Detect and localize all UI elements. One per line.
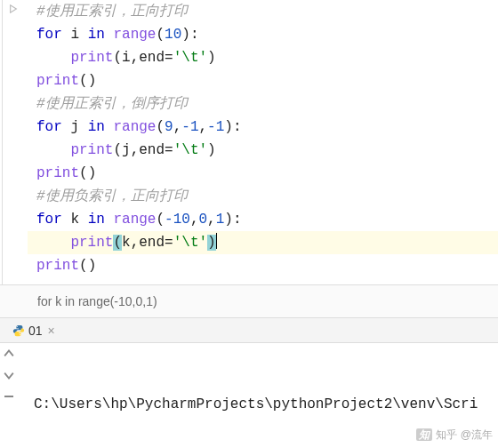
code-line: for i in range(10): <box>28 23 498 46</box>
divider-icon[interactable] <box>2 389 16 404</box>
svg-point-0 <box>17 325 18 326</box>
code-line: print(j,end='\t') <box>28 139 498 162</box>
watermark: 知知乎 @流年 <box>416 428 493 443</box>
code-line: print() <box>28 162 498 185</box>
console-line: C:\Users\hp\PycharmProjects\pythonProjec… <box>34 393 498 416</box>
breadcrumb[interactable]: for k in range(-10,0,1) <box>0 284 498 318</box>
bracket-match: ) <box>207 235 216 251</box>
code-line: #使用正索引，正向打印 <box>28 0 498 23</box>
code-line-active: print(k,end='\t') <box>28 231 498 254</box>
caret <box>216 233 217 249</box>
code-editor[interactable]: #使用正索引，正向打印 for i in range(10): print(i,… <box>2 0 498 284</box>
code-line: for j in range(9,-1,-1): <box>28 116 498 139</box>
comment: #使用负索引，正向打印 <box>36 188 188 204</box>
code-line: print(i,end='\t') <box>28 46 498 69</box>
code-line: #使用正索引，倒序打印 <box>28 92 498 116</box>
console-toolbar <box>0 343 18 448</box>
code-line: for k in range(-10,0,1): <box>28 208 498 231</box>
run-tab-bar: 01 × <box>0 318 498 343</box>
svg-point-1 <box>20 334 20 335</box>
run-tab-label: 01 <box>28 324 43 338</box>
bracket-match: ( <box>113 235 122 251</box>
fold-icon[interactable] <box>8 4 19 14</box>
svg-rect-2 <box>4 396 13 397</box>
scroll-down-icon[interactable] <box>2 368 16 382</box>
comment: #使用正索引，倒序打印 <box>36 96 188 112</box>
comment: #使用正索引，正向打印 <box>36 4 188 20</box>
python-icon <box>12 324 25 337</box>
close-icon[interactable]: × <box>46 324 57 338</box>
code-line: #使用负索引，正向打印 <box>28 185 498 208</box>
scroll-up-icon[interactable] <box>2 347 16 361</box>
run-tab[interactable]: 01 × <box>7 322 62 340</box>
code-line: print() <box>28 69 498 92</box>
code-line: print() <box>28 254 498 277</box>
